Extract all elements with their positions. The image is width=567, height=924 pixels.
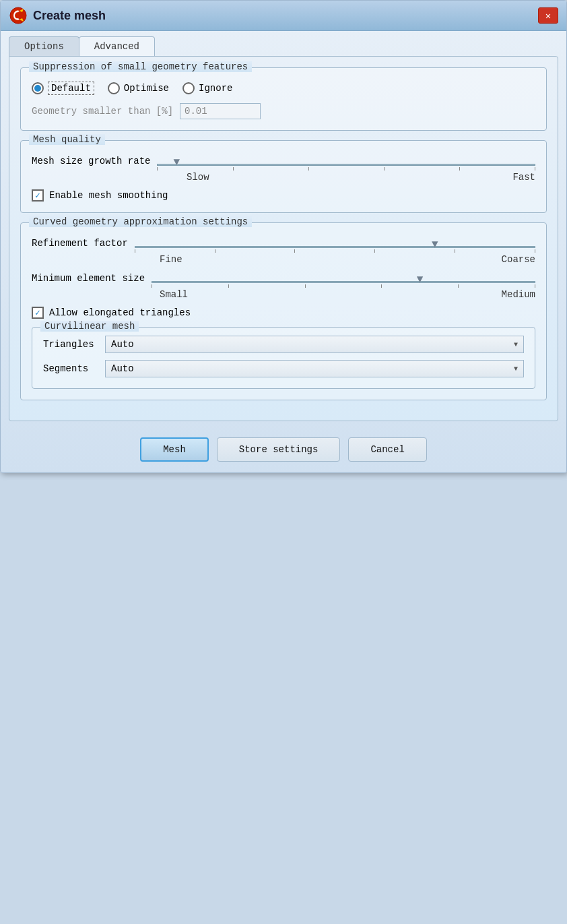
svg-point-0	[10, 7, 26, 24]
coarse-label: Coarse	[502, 254, 535, 265]
refinement-slider-track: ▼	[135, 237, 535, 253]
segments-label: Segments	[43, 363, 97, 374]
store-settings-button[interactable]: Store settings	[217, 437, 341, 462]
mesh-quality-label: Mesh quality	[29, 134, 105, 145]
elongated-label: Allow elongated triangles	[49, 307, 191, 318]
refinement-track: ▼	[135, 246, 535, 248]
refinement-container: Refinement factor ▼	[32, 237, 535, 265]
close-button[interactable]: ✕	[538, 7, 558, 24]
elongated-checkbox-row[interactable]: ✓ Allow elongated triangles	[32, 307, 535, 319]
window-title: Create mesh	[33, 9, 106, 23]
radio-ignore-label: Ignore	[199, 83, 232, 94]
content-area: Suppression of small geometry features D…	[9, 56, 558, 421]
title-bar: Create mesh ✕	[1, 1, 566, 31]
radio-default-circle	[32, 82, 44, 94]
growth-rate-thumb[interactable]: ▼	[174, 156, 180, 168]
mesh-quality-group: Mesh quality Mesh size growth rate ▼	[20, 140, 547, 213]
growth-rate-container: Mesh size growth rate ▼	[32, 154, 535, 183]
geometry-value-input[interactable]	[180, 103, 261, 119]
triangles-row: Triangles Auto ▼	[43, 336, 524, 353]
elongated-checkbox[interactable]: ✓	[32, 307, 44, 319]
segments-dropdown[interactable]: Auto ▼	[105, 360, 524, 377]
slow-label: Slow	[187, 172, 209, 183]
refinement-label: Refinement factor	[32, 238, 128, 249]
small-label: Small	[160, 289, 188, 300]
min-element-container: Minimum element size ▼	[32, 272, 535, 300]
smoothing-checkbox-row[interactable]: ✓ Enable mesh smoothing	[32, 189, 535, 202]
title-bar-left: Create mesh	[9, 6, 106, 25]
fine-label: Fine	[160, 254, 182, 265]
min-element-track: ▼	[152, 281, 535, 283]
fast-label: Fast	[512, 172, 535, 183]
tab-options[interactable]: Options	[9, 36, 79, 56]
main-window: Create mesh ✕ Options Advanced Suppressi…	[0, 0, 567, 473]
segments-row: Segments Auto ▼	[43, 360, 524, 377]
refinement-row: Refinement factor ▼	[32, 237, 535, 253]
smoothing-label: Enable mesh smoothing	[49, 190, 168, 201]
triangles-label: Triangles	[43, 339, 97, 350]
refinement-thumb[interactable]: ▼	[432, 239, 438, 251]
tab-bar: Options Advanced	[1, 31, 566, 56]
refinement-labels: Fine Coarse	[160, 254, 535, 265]
app-icon	[9, 6, 28, 25]
triangles-value: Auto	[111, 339, 134, 350]
min-element-slider-track: ▼	[152, 272, 535, 288]
mesh-button[interactable]: Mesh	[140, 437, 209, 462]
segments-value: Auto	[111, 363, 134, 374]
triangles-dropdown-arrow: ▼	[514, 341, 518, 348]
radio-group: Default Optimise Ignore	[32, 82, 535, 95]
curvilinear-group-label: Curvilinear mesh	[40, 321, 139, 332]
radio-ignore[interactable]: Ignore	[182, 82, 232, 94]
growth-rate-track: ▼	[157, 164, 535, 166]
min-element-label: Minimum element size	[32, 273, 145, 284]
growth-rate-label: Mesh size growth rate	[32, 156, 150, 166]
tab-advanced[interactable]: Advanced	[79, 36, 155, 56]
radio-optimise-label: Optimise	[124, 83, 169, 94]
geometry-input-row: Geometry smaller than [%]	[32, 103, 535, 119]
triangles-dropdown[interactable]: Auto ▼	[105, 336, 524, 353]
curved-geometry-group: Curved geometry approximation settings R…	[20, 222, 547, 400]
curvilinear-group: Curvilinear mesh Triangles Auto ▼ Segmen…	[32, 327, 535, 389]
min-element-row: Minimum element size ▼	[32, 272, 535, 288]
geometry-label: Geometry smaller than [%]	[32, 106, 173, 117]
smoothing-checkbox[interactable]: ✓	[32, 189, 44, 202]
radio-ignore-circle	[182, 82, 195, 94]
curved-group-label: Curved geometry approximation settings	[29, 216, 252, 227]
growth-rate-slider-track: ▼	[157, 154, 535, 171]
growth-rate-ticks	[157, 167, 535, 171]
min-element-labels: Small Medium	[160, 289, 535, 300]
radio-optimise-circle	[108, 82, 120, 94]
cancel-button[interactable]: Cancel	[348, 437, 426, 462]
growth-rate-row: Mesh size growth rate ▼	[32, 154, 535, 171]
suppression-group-label: Suppression of small geometry features	[29, 61, 252, 72]
medium-label: Medium	[502, 289, 535, 300]
min-element-ticks	[152, 284, 535, 288]
segments-dropdown-arrow: ▼	[514, 365, 518, 373]
button-bar: Mesh Store settings Cancel	[1, 429, 566, 472]
refinement-ticks	[135, 249, 535, 253]
min-element-thumb[interactable]: ▼	[417, 274, 424, 286]
radio-default[interactable]: Default	[32, 82, 94, 95]
radio-default-label: Default	[48, 82, 94, 95]
growth-rate-labels: Slow Fast	[187, 172, 535, 183]
suppression-group: Suppression of small geometry features D…	[20, 67, 547, 131]
radio-optimise[interactable]: Optimise	[108, 82, 169, 94]
